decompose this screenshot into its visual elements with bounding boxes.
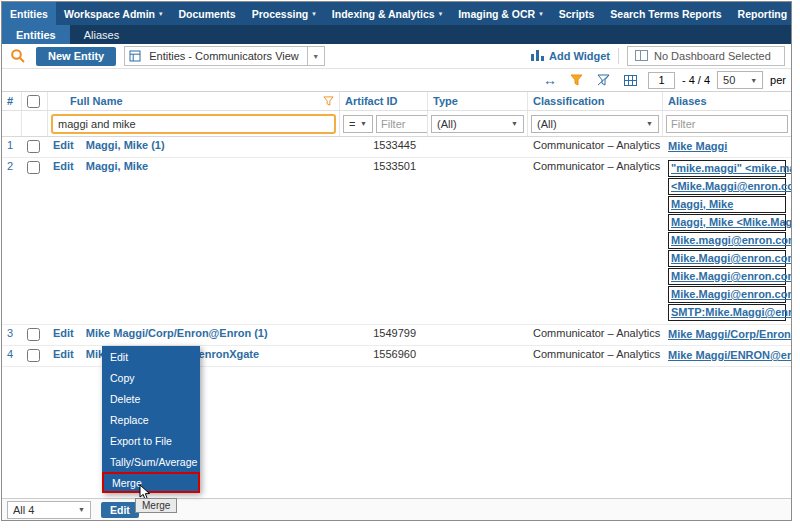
context-menu-item-delete[interactable]: Delete [102,388,200,409]
row-number-link[interactable]: 2 [2,158,22,324]
row-checkbox-cell [22,158,48,324]
header-classification[interactable]: Classification [528,92,663,110]
nav-tab-indexing-analytics[interactable]: Indexing & Analytics▾ [324,2,450,25]
primary-nav: EntitiesWorkspace Admin▾DocumentsProcess… [2,2,791,25]
grid-columns-icon[interactable] [621,70,641,90]
context-menu-item-tally-sum-average[interactable]: Tally/Sum/Average [102,451,200,472]
nav-tab-imaging-ocr[interactable]: Imaging & OCR▾ [450,2,551,25]
context-menu-item-edit[interactable]: Edit [102,346,200,367]
subnav-tab-aliases[interactable]: Aliases [70,25,133,44]
type-cell [428,158,528,324]
row-checkbox[interactable] [27,349,40,362]
merge-tooltip: Merge [135,498,177,513]
row-edit-link[interactable]: Edit [53,348,74,360]
alias-link[interactable]: "mike.maggi" <mike.maggi... [668,160,786,177]
chevron-down-icon: ▼ [78,506,85,513]
chevron-down-icon: ▾ [159,10,163,18]
alias-link[interactable]: <Mike.Maggi@enron.com> [668,178,786,195]
filter-artifact-cell: =▼ [340,111,428,136]
row-number-link[interactable]: 1 [2,137,22,157]
nav-tab-workspace-admin[interactable]: Workspace Admin▾ [56,2,171,25]
add-widget-label: Add Widget [549,50,610,62]
add-widget-button[interactable]: Add Widget [531,49,610,63]
nav-tab-reporting[interactable]: Reporting▾ [730,2,791,25]
footer-edit-button[interactable]: Edit [101,502,139,518]
entity-name-link[interactable]: Maggi, Mike [86,160,148,172]
nav-tab-entities[interactable]: Entities [2,2,56,25]
subnav-tab-entities[interactable]: Entities [2,25,70,44]
toolbar-divider [618,48,619,64]
type-filter-value: (All) [437,118,457,130]
header-full-name[interactable]: Full Name [48,92,340,110]
row-checkbox-cell [22,325,48,345]
alias-link[interactable]: Maggi, Mike [668,196,786,213]
nav-tab-label: Reporting [738,8,788,20]
classification-cell: Communicator – Analytics [528,158,663,324]
alias-link[interactable]: Mike Maggi/ENRON@enron... [668,348,786,363]
row-checkbox[interactable] [27,140,40,153]
alias-link[interactable]: Maggi, Mike <Mike.Maggi@... [668,214,786,231]
context-menu-item-replace[interactable]: Replace [102,409,200,430]
type-filter-select[interactable]: (All)▼ [431,115,524,133]
row-edit-link[interactable]: Edit [53,160,74,172]
alias-link[interactable]: Mike Maggi [668,139,786,154]
row-checkbox-cell [22,137,48,157]
clear-filter-icon[interactable] [594,70,614,90]
alias-link[interactable]: Mike Maggi/Corp/Enron@E... [668,327,786,342]
nav-tab-processing[interactable]: Processing▾ [244,2,324,25]
alias-link[interactable]: SMTP:Mike.Maggi@enron.c... [668,304,786,321]
nav-tab-label: Processing [252,8,309,20]
artifact-id-cell: 1533445 [340,137,428,157]
page-size-value: 50 [723,74,735,86]
search-icon[interactable] [8,46,28,66]
toolbar: New Entity Entities - Communicators View… [2,44,791,69]
nav-tab-search-terms-reports[interactable]: Search Terms Reports [602,2,729,25]
aliases-cell: Mike Maggi/ENRON@enron... [663,346,791,366]
aliases-cell: Mike Maggi/Corp/Enron@E... [663,325,791,345]
artifact-id-cell: 1556960 [340,346,428,366]
row-number-link[interactable]: 3 [2,325,22,345]
chevron-down-icon[interactable]: ▼ [307,47,324,65]
row-checkbox[interactable] [27,328,40,341]
column-filter-icon[interactable] [323,96,334,107]
context-menu-item-copy[interactable]: Copy [102,367,200,388]
row-edit-link[interactable]: Edit [53,327,74,339]
filter-full-name-cell [48,111,340,136]
scope-select[interactable]: All 4▼ [7,501,91,519]
dashboard-selector[interactable]: No Dashboard Selected [627,46,785,66]
new-entity-button[interactable]: New Entity [36,47,116,66]
row-checkbox[interactable] [27,161,40,174]
context-menu-item-merge[interactable]: Merge [102,472,200,493]
alias-link[interactable]: Mike.Maggi@enron.com [S... [668,286,786,303]
nav-tab-label: Workspace Admin [64,8,155,20]
row-edit-link[interactable]: Edit [53,139,74,151]
artifact-operator-select[interactable]: =▼ [343,115,373,133]
nav-tab-documents[interactable]: Documents [170,2,243,25]
header-type[interactable]: Type [428,92,528,110]
page-size-select[interactable]: 50▼ [717,71,763,89]
full-name-filter-input[interactable] [51,114,336,134]
footer-bar: All 4▼ Edit [2,498,791,520]
context-menu-item-export-to-file[interactable]: Export to File [102,430,200,451]
header-num[interactable]: # [2,92,22,110]
filter-icon[interactable] [567,70,587,90]
row-number-link[interactable]: 4 [2,346,22,366]
classification-filter-select[interactable]: (All)▼ [531,115,659,133]
nav-tab-scripts[interactable]: Scripts [551,2,603,25]
header-aliases[interactable]: Aliases [663,92,791,110]
page-number-input[interactable] [648,72,675,89]
select-all-checkbox[interactable] [27,95,40,108]
list-controls: ↔ - 4 / 4 50▼ per [2,69,791,91]
resize-width-icon[interactable]: ↔ [540,70,560,90]
alias-link[interactable]: Mike.Maggi@enron.com [m... [668,250,786,267]
header-artifact-id[interactable]: Artifact ID [340,92,428,110]
nav-tab-label: Entities [10,8,48,20]
aliases-filter-input[interactable] [666,115,788,133]
view-selector[interactable]: Entities - Communicators View ▼ [124,46,325,66]
type-cell [428,346,528,366]
alias-link[interactable]: Mike.Maggi@enron.com [M... [668,268,786,285]
entity-name-link[interactable]: Mike Maggi/Corp/Enron@Enron (1) [86,327,268,339]
artifact-id-filter-input[interactable] [376,115,428,133]
alias-link[interactable]: Mike.maggi@enron.com [668,232,786,249]
entity-name-link[interactable]: Maggi, Mike (1) [86,139,165,151]
